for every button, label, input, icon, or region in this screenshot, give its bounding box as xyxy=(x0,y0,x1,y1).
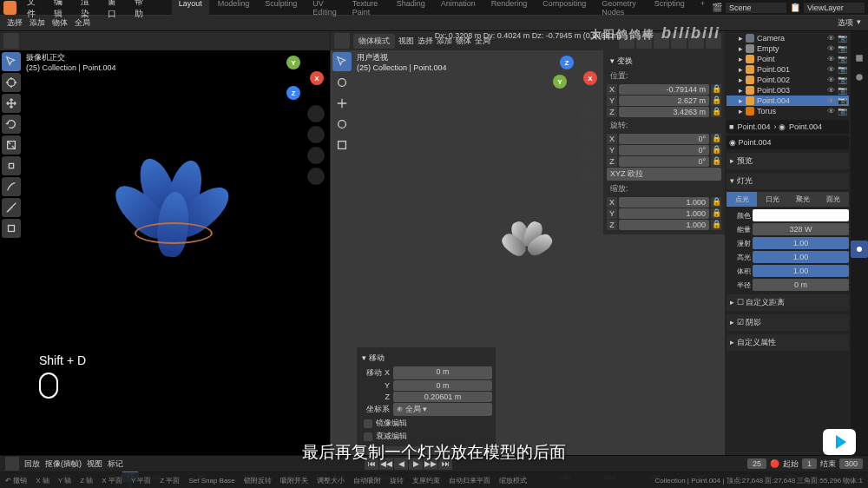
visibility-icon[interactable]: 👁 📷 xyxy=(827,34,847,43)
tab-texpaint[interactable]: Texture Paint xyxy=(345,0,388,18)
tab-sculpting[interactable]: Sculpting xyxy=(258,0,304,18)
props-breadcrumb[interactable]: ■ Point.004 › ◉ Point.004 xyxy=(727,120,849,134)
outliner-item-camera[interactable]: ▸Camera👁 📷 xyxy=(727,33,849,43)
axis-z-icon[interactable]: Z xyxy=(560,56,574,69)
menu-window[interactable]: 窗口 xyxy=(102,0,128,22)
tab-output-icon[interactable] xyxy=(851,69,868,86)
tab-world-icon[interactable] xyxy=(851,126,868,143)
mode-selector[interactable]: 物体模式 xyxy=(353,34,395,49)
props-datablock[interactable]: ◉ Point.004 xyxy=(727,135,849,149)
tab-shading[interactable]: Shading xyxy=(390,0,432,18)
scene-name-input[interactable] xyxy=(726,3,786,13)
tool-transform[interactable] xyxy=(332,156,352,175)
tab-modeling[interactable]: Modeling xyxy=(211,0,257,18)
loc-x-field[interactable]: -0.79144 m xyxy=(619,84,709,95)
rot-mode-select[interactable]: XYZ 欧拉 xyxy=(607,168,721,181)
tab-geonodes[interactable]: Geometry Nodes xyxy=(595,0,645,18)
viewport-left[interactable]: 摄像机正交 (25) Collection | Point.004 Y X Z xyxy=(0,31,330,455)
axis-z-icon[interactable]: Z xyxy=(286,86,300,100)
tool-measure[interactable] xyxy=(332,198,352,217)
axis-x-icon[interactable]: X xyxy=(310,71,324,85)
light-radius-field[interactable]: 0 m xyxy=(753,279,849,291)
tool-addcube[interactable] xyxy=(2,219,21,238)
tab-data-icon[interactable] xyxy=(851,241,868,258)
tool-scale[interactable] xyxy=(332,135,352,155)
pan-icon[interactable] xyxy=(579,126,596,143)
tool-addcube[interactable] xyxy=(332,219,352,238)
axis-y-icon[interactable]: Y xyxy=(553,75,567,89)
video-play-button[interactable] xyxy=(823,429,856,455)
section-custom-dist[interactable]: ▸ ☐ 自定义距离 xyxy=(727,294,849,311)
scale-z-field[interactable]: 1.000 xyxy=(619,220,709,230)
tab-uv[interactable]: UV Editing xyxy=(306,0,344,18)
viewlayer-name-input[interactable] xyxy=(804,3,865,13)
outliner-item-point002[interactable]: ▸Point.002👁 📷 xyxy=(727,75,849,85)
section-light[interactable]: ▾ 灯光 xyxy=(727,173,849,189)
tab-compositing[interactable]: Compositing xyxy=(536,0,593,18)
rot-x-field[interactable]: 0° xyxy=(619,134,709,144)
tab-material-icon[interactable] xyxy=(851,260,868,277)
sub-global[interactable]: 全局 xyxy=(75,17,90,29)
light-type-point[interactable]: 点光 xyxy=(727,192,757,207)
tool-cursor[interactable] xyxy=(332,73,352,92)
section-custom-props[interactable]: ▸ 自定义属性 xyxy=(727,334,849,351)
vp-menu-view[interactable]: 视图 xyxy=(398,36,414,47)
tool-rotate[interactable] xyxy=(332,115,352,134)
axis-y-icon[interactable]: Y xyxy=(286,56,300,69)
move-x-field[interactable]: 0 m xyxy=(393,366,492,379)
persp-ortho-icon[interactable] xyxy=(307,168,325,185)
tool-rotate[interactable] xyxy=(2,115,21,134)
zoom-icon[interactable] xyxy=(307,105,325,122)
light-volume-field[interactable]: 1.00 xyxy=(753,265,849,277)
outliner-item-torus[interactable]: ▸Torus👁 📷 xyxy=(727,106,849,116)
tool-cursor[interactable] xyxy=(2,73,21,92)
tool-measure[interactable] xyxy=(2,198,21,217)
tab-scripting[interactable]: Scripting xyxy=(648,0,692,18)
tool-transform[interactable] xyxy=(2,156,21,175)
scale-y-field[interactable]: 1.000 xyxy=(619,208,709,219)
move-y-field[interactable]: 0 m xyxy=(393,380,492,391)
outliner-item-point004[interactable]: ▸Point.004👁 📷 xyxy=(727,96,849,106)
viewport-right[interactable]: 物体模式 视图 选择 添加 物体 全局 Dx: 0.3208 m Dy: 0.4… xyxy=(330,31,725,455)
sub-select[interactable]: 选择 xyxy=(7,17,23,29)
outliner-item-point[interactable]: ▸Point👁 📷 xyxy=(727,54,849,64)
rot-y-field[interactable]: 0° xyxy=(619,145,709,155)
tool-move[interactable] xyxy=(332,94,352,113)
light-type-spot[interactable]: 聚光 xyxy=(788,192,819,207)
tab-modifier-icon[interactable] xyxy=(851,164,868,181)
axis-x-icon[interactable]: X xyxy=(583,71,597,85)
zoom-icon[interactable] xyxy=(579,105,596,122)
rot-z-field[interactable]: 0° xyxy=(619,156,709,167)
orient-select[interactable]: ⊕ 全局 ▾ xyxy=(393,403,492,416)
outliner-item-empty[interactable]: ▸Empty👁 📷 xyxy=(727,43,849,54)
tool-move[interactable] xyxy=(2,94,21,113)
sub-object[interactable]: 物体 xyxy=(52,17,68,29)
tab-viewlayer-icon[interactable] xyxy=(851,88,868,105)
loc-z-field[interactable]: 3.4263 m xyxy=(619,107,709,117)
light-diffuse-field[interactable]: 1.00 xyxy=(753,237,849,249)
tool-select-box[interactable] xyxy=(332,52,352,71)
tab-scene-icon[interactable] xyxy=(851,107,868,124)
camera-view-icon[interactable] xyxy=(579,147,596,164)
mirror-checkbox[interactable]: 镜像编辑 xyxy=(360,417,492,430)
tab-constraint-icon[interactable] xyxy=(851,221,868,239)
tab-animation[interactable]: Animation xyxy=(434,0,483,18)
light-specular-field[interactable]: 1.00 xyxy=(753,251,849,263)
tool-scale[interactable] xyxy=(2,135,21,155)
vp-menu-select[interactable]: 选择 xyxy=(418,36,433,47)
tab-object-icon[interactable] xyxy=(851,145,868,162)
section-shadow[interactable]: ▸ ☑ 阴影 xyxy=(727,314,849,331)
pan-icon[interactable] xyxy=(307,126,325,143)
lock-icon[interactable]: 🔒 xyxy=(711,84,721,95)
options-dropdown[interactable]: 选项 xyxy=(838,17,853,29)
tab-render-icon[interactable] xyxy=(851,49,868,67)
light-type-sun[interactable]: 日光 xyxy=(757,192,787,207)
tab-physics-icon[interactable] xyxy=(851,202,868,220)
persp-ortho-icon[interactable] xyxy=(579,168,596,185)
tab-particle-icon[interactable] xyxy=(851,183,868,201)
editor-type-icon[interactable] xyxy=(334,33,350,49)
move-panel-header[interactable]: ▾ 移动 xyxy=(360,351,492,366)
light-type-area[interactable]: 面光 xyxy=(819,192,849,207)
section-preview[interactable]: ▸ 预览 xyxy=(727,153,849,169)
transform-header[interactable]: ▾ 变换 xyxy=(607,54,721,69)
